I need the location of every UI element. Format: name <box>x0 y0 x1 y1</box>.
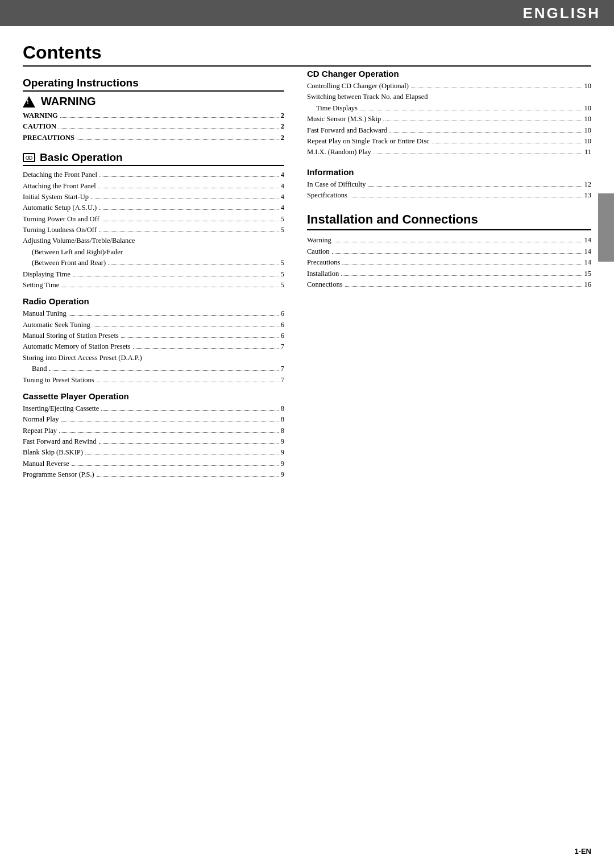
page-content: Contents Operating Instructions WARNING … <box>0 26 614 503</box>
toc-auto-memory: Automatic Memory of Station Presets 7 <box>23 341 284 352</box>
toc-loudness: Turning Loudness On/Off 5 <box>23 225 284 235</box>
warning-label: WARNING <box>41 95 96 108</box>
toc-time-displays: Time Displays 10 <box>307 103 591 114</box>
toc-attaching: Attaching the Front Panel 4 <box>23 181 284 192</box>
radio-operation-header: Radio Operation <box>23 296 284 306</box>
installation-section: Installation and Connections Warning 14 … <box>307 212 591 290</box>
installation-title: Installation and Connections <box>307 212 591 230</box>
warning-title-line: WARNING <box>23 95 284 108</box>
toc-between-lr: (Between Left and Right)/Fader <box>23 247 284 258</box>
operating-instructions-header: Operating Instructions <box>23 77 284 92</box>
contents-title: Contents <box>23 42 591 67</box>
toc-warning-install: Warning 14 <box>307 235 591 246</box>
operating-instructions-label: Operating Instructions <box>23 77 139 89</box>
header-title: ENGLISH <box>522 5 600 22</box>
cd-changer-label: CD Changer Operation <box>307 69 399 78</box>
installation-items: Warning 14 Caution 14 Precautions 14 <box>307 235 591 290</box>
page-number: 1-EN <box>574 844 591 857</box>
information-label: Information <box>307 167 354 177</box>
toc-power: Turning Power On and Off 5 <box>23 214 284 225</box>
header-bar: ENGLISH <box>0 0 614 26</box>
toc-initial-system: Initial System Start-Up 4 <box>23 192 284 202</box>
toc-manual-storing: Manual Storing of Station Presets 6 <box>23 330 284 341</box>
toc-precautions: PRECAUTIONS 2 <box>23 133 284 143</box>
toc-mix-play: M.I.X. (Random) Play 11 <box>307 147 591 158</box>
toc-in-case-of-difficulty: In Case of Difficulty 12 <box>307 179 591 190</box>
side-tab <box>598 193 614 262</box>
toc-auto-seek: Automatic Seek Tuning 6 <box>23 320 284 330</box>
toc-tuning-preset: Tuning to Preset Stations 7 <box>23 375 284 386</box>
toc-precautions-install: Precautions 14 <box>307 257 591 268</box>
toc-programme-sensor: Programme Sensor (P.S.) 9 <box>23 469 284 480</box>
toc-specifications: Specifications 13 <box>307 190 591 201</box>
toc-storing-direct: Storing into Direct Access Preset (D.A.P… <box>23 353 284 363</box>
toc-repeat-play-disc: Repeat Play on Single Track or Entire Di… <box>307 136 591 147</box>
warning-block: WARNING WARNING 2 CAUTION 2 PRECAUTIONS … <box>23 95 284 143</box>
basic-operation-header: Basic Operation <box>23 151 284 166</box>
toc-auto-setup: Automatic Setup (A.S.U.) 4 <box>23 202 284 213</box>
cassette-player-header: Cassette Player Operation <box>23 391 284 401</box>
basic-operation-items: Detaching the Front Panel 4 Attaching th… <box>23 170 284 291</box>
cassette-player-label: Cassette Player Operation <box>23 391 129 401</box>
warning-triangle-icon <box>23 96 35 108</box>
right-column: CD Changer Operation Controlling CD Chan… <box>301 69 591 481</box>
toc-manual-reverse: Manual Reverse 9 <box>23 458 284 469</box>
toc-band: Band 7 <box>23 363 284 374</box>
cd-changer-header: CD Changer Operation <box>307 69 591 78</box>
toc-manual-tuning: Manual Tuning 6 <box>23 308 284 319</box>
toc-between-fr: (Between Front and Rear) 5 <box>23 258 284 268</box>
information-header: Information <box>307 167 591 177</box>
cassette-icon <box>23 153 35 162</box>
toc-music-sensor: Music Sensor (M.S.) Skip 10 <box>307 114 591 125</box>
information-items: In Case of Difficulty 12 Specifications … <box>307 179 591 201</box>
toc-caution-install: Caution 14 <box>307 246 591 257</box>
toc-blank-skip: Blank Skip (B.SKIP) 9 <box>23 447 284 458</box>
toc-switching-track: Switching between Track No. and Elapsed <box>307 92 591 102</box>
cassette-player-items: Inserting/Ejecting Cassette 8 Normal Pla… <box>23 403 284 481</box>
toc-detaching: Detaching the Front Panel 4 <box>23 170 284 180</box>
page-number-suffix: -EN <box>579 847 591 855</box>
radio-operation-items: Manual Tuning 6 Automatic Seek Tuning 6 … <box>23 308 284 386</box>
toc-setting-time: Setting Time 5 <box>23 280 284 291</box>
cd-changer-items: Controlling CD Changer (Optional) 10 Swi… <box>307 81 591 158</box>
radio-operation-label: Radio Operation <box>23 296 89 306</box>
toc-fast-forward-backward: Fast Forward and Backward 10 <box>307 125 591 136</box>
toc-caution: CAUTION 2 <box>23 121 284 132</box>
toc-fast-forward-rewind: Fast Forward and Rewind 9 <box>23 436 284 447</box>
toc-inserting-ejecting: Inserting/Ejecting Cassette 8 <box>23 403 284 414</box>
toc-repeat-play-cassette: Repeat Play 8 <box>23 425 284 436</box>
toc-warning: WARNING 2 <box>23 110 284 121</box>
left-column: Operating Instructions WARNING WARNING 2… <box>23 69 301 481</box>
page-number-value: 1 <box>574 847 578 855</box>
toc-displaying-time: Displaying Time 5 <box>23 269 284 280</box>
basic-operation-label: Basic Operation <box>40 151 123 164</box>
toc-controlling-cd: Controlling CD Changer (Optional) 10 <box>307 81 591 92</box>
toc-adjusting-volume: Adjusting Volume/Bass/Treble/Balance <box>23 235 284 246</box>
toc-normal-play: Normal Play 8 <box>23 414 284 425</box>
toc-installation: Installation 15 <box>307 268 591 279</box>
two-column-layout: Operating Instructions WARNING WARNING 2… <box>23 69 591 481</box>
toc-connections: Connections 16 <box>307 279 591 290</box>
